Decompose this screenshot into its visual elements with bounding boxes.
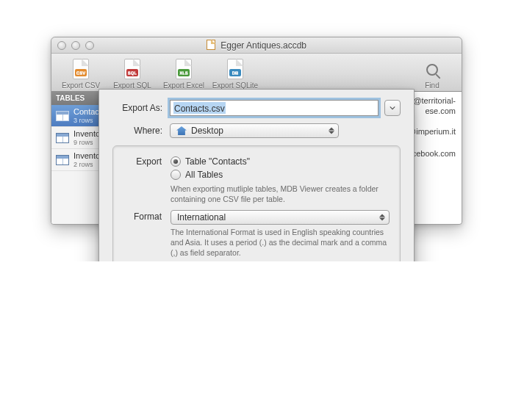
toolbar-export-sql[interactable]: SQL Export SQL: [107, 59, 157, 90]
radio-export-all[interactable]: All Tables: [171, 168, 390, 181]
sql-file-icon: SQL: [124, 59, 140, 79]
document-icon: [207, 40, 215, 50]
radio-export-all-label: All Tables: [185, 170, 223, 180]
zoom-window-button[interactable]: [85, 41, 94, 50]
search-icon: [426, 64, 438, 76]
updown-arrows-icon: [328, 128, 335, 134]
radio-export-table-label: Table "Contacts": [185, 156, 250, 167]
format-label: Format: [123, 210, 171, 258]
table-icon: [56, 155, 69, 165]
xls-file-icon: XLS: [176, 59, 192, 79]
toolbar-export-csv[interactable]: CSV Export CSV: [56, 59, 106, 90]
db-file-icon: DB: [227, 59, 243, 79]
main-window: Egger Antiques.accdb CSV Export CSV SQL …: [51, 37, 462, 225]
cell-peek: ese.com: [425, 106, 456, 115]
chevron-down-icon: [390, 105, 395, 111]
cell-peek: acebook.com: [408, 149, 456, 158]
format-value: International: [177, 212, 226, 222]
save-panel-disclosure-button[interactable]: [384, 100, 401, 116]
close-window-button[interactable]: [57, 41, 66, 50]
radio-icon: [171, 170, 181, 180]
desktop-icon: [176, 126, 187, 135]
toolbar: CSV Export CSV SQL Export SQL XLS Export…: [51, 54, 462, 92]
toolbar-export-sqlite[interactable]: DB Export SQLite: [210, 59, 260, 90]
export-scope-hint: When exporting mutliple tables, MDB View…: [171, 184, 390, 204]
table-icon: [56, 133, 69, 143]
export-scope-label: Export: [123, 155, 171, 204]
cell-peek: @imperium.it: [408, 127, 456, 136]
radio-export-table[interactable]: Table "Contacts": [171, 155, 390, 168]
options-box: Export Table "Contacts" All Tables When …: [112, 145, 401, 261]
updown-arrows-icon: [379, 214, 386, 221]
toolbar-export-excel[interactable]: XLS Export Excel: [159, 59, 209, 90]
window-title-text: Egger Antiques.accdb: [220, 40, 306, 51]
export-as-input[interactable]: Contacts.csv: [170, 100, 379, 116]
export-as-label: Export As:: [112, 103, 170, 113]
where-value: Desktop: [191, 126, 223, 136]
format-select[interactable]: International: [171, 210, 390, 225]
minimize-window-button[interactable]: [71, 41, 80, 50]
radio-icon: [171, 156, 181, 167]
table-icon: [56, 111, 69, 121]
toolbar-find[interactable]: Find: [407, 59, 457, 90]
window-title: Egger Antiques.accdb: [51, 40, 462, 51]
titlebar: Egger Antiques.accdb: [51, 37, 462, 54]
export-as-value: Contacts.csv: [173, 102, 226, 114]
window-controls: [51, 41, 94, 50]
where-select[interactable]: Desktop: [170, 123, 339, 138]
export-sheet: Export As: Contacts.csv Where: Desktop E…: [98, 89, 415, 261]
where-label: Where:: [112, 126, 170, 136]
csv-file-icon: CSV: [73, 59, 89, 79]
format-hint: The International Format is used in Engl…: [171, 227, 390, 258]
